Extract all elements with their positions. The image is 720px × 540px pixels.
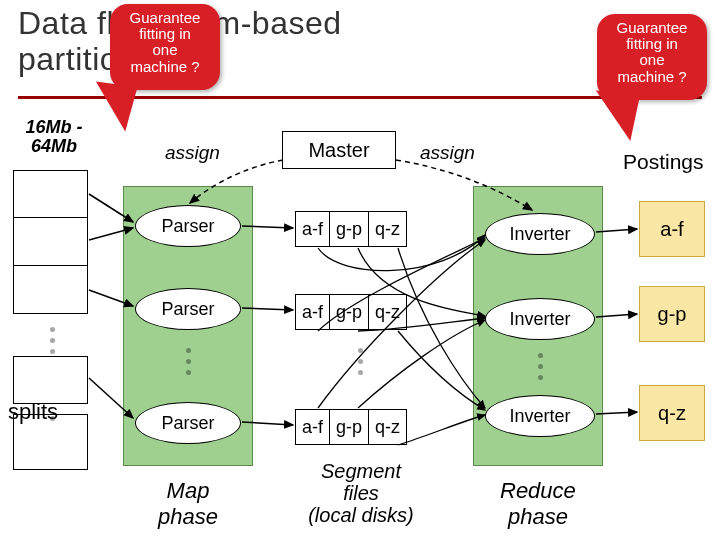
parser-node: Parser: [135, 402, 241, 444]
postings-heading: Postings: [623, 150, 704, 174]
split-box: [13, 266, 88, 314]
vertical-ellipsis-icon: [48, 327, 56, 354]
segment-cell: a-f: [296, 410, 330, 444]
vertical-ellipsis-icon: [536, 353, 544, 380]
segment-cell: q-z: [369, 212, 406, 246]
master-label: Master: [308, 139, 369, 162]
segment-cell: a-f: [296, 212, 330, 246]
parser-node: Parser: [135, 205, 241, 247]
callout-right: Guarantee fitting in one machine ?: [597, 14, 707, 100]
posting-box: g-p: [639, 286, 705, 342]
segment-cell: q-z: [369, 410, 406, 444]
segment-row: a-f g-p q-z: [295, 211, 407, 247]
split-box: [13, 356, 88, 404]
segment-cell: q-z: [369, 295, 406, 329]
segment-cell: g-p: [330, 212, 369, 246]
segment-cell: g-p: [330, 295, 369, 329]
split-size-label: 16Mb - 64Mb: [14, 118, 94, 156]
vertical-ellipsis-icon: [184, 348, 192, 375]
reduce-phase-label: Reducephase: [500, 478, 576, 530]
posting-box: q-z: [639, 385, 705, 441]
segment-cell: g-p: [330, 410, 369, 444]
size-line-1: 16Mb -: [25, 117, 82, 137]
segment-row: a-f g-p q-z: [295, 409, 407, 445]
inverter-node: Inverter: [485, 213, 595, 255]
segment-cell: a-f: [296, 295, 330, 329]
segment-files-label: Segment files (local disks): [291, 460, 431, 526]
callout-tail-icon: [596, 90, 655, 145]
map-phase-label: Mapphase: [158, 478, 218, 530]
vertical-ellipsis-icon: [356, 348, 364, 375]
posting-box: a-f: [639, 201, 705, 257]
segment-row: a-f g-p q-z: [295, 294, 407, 330]
master-node: Master: [282, 131, 396, 169]
split-box: [13, 170, 88, 218]
inverter-node: Inverter: [485, 298, 595, 340]
splits-label: splits: [8, 399, 58, 425]
assign-right-label: assign: [420, 142, 475, 164]
callout-left: Guarantee fitting in one machine ?: [110, 4, 220, 90]
size-line-2: 64Mb: [31, 136, 77, 156]
callout-tail-icon: [96, 81, 148, 134]
inverter-node: Inverter: [485, 395, 595, 437]
assign-left-label: assign: [165, 142, 220, 164]
split-box: [13, 218, 88, 266]
input-splits-column: [13, 170, 88, 314]
parser-node: Parser: [135, 288, 241, 330]
